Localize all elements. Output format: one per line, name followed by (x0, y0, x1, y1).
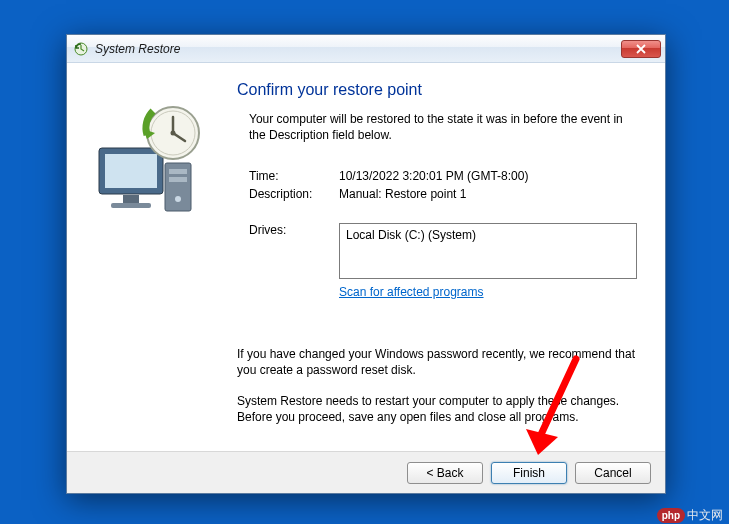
system-restore-icon (73, 41, 89, 57)
watermark-badge: php (657, 508, 685, 523)
password-warning-text: If you have changed your Windows passwor… (237, 346, 637, 378)
back-button[interactable]: < Back (407, 462, 483, 484)
illustration-panel (67, 63, 237, 451)
window-title: System Restore (95, 42, 621, 56)
time-field: Time: 10/13/2022 3:20:01 PM (GMT-8:00) (237, 169, 637, 183)
description-label: Description: (249, 187, 339, 201)
drives-field: Drives: Local Disk (C:) (System) (237, 223, 637, 279)
main-panel: Confirm your restore point Your computer… (237, 63, 665, 451)
scan-affected-link[interactable]: Scan for affected programs (339, 285, 637, 299)
description-value: Manual: Restore point 1 (339, 187, 637, 201)
drives-label: Drives: (249, 223, 339, 279)
system-restore-window: System Restore (66, 34, 666, 494)
watermark-text: 中文网 (687, 507, 723, 524)
svg-rect-2 (105, 154, 157, 188)
button-bar: < Back Finish Cancel (67, 451, 665, 493)
watermark: php 中文网 (657, 507, 723, 524)
svg-rect-6 (169, 169, 187, 174)
drives-item[interactable]: Local Disk (C:) (System) (346, 228, 630, 242)
content-area: Confirm your restore point Your computer… (67, 63, 665, 451)
restore-illustration-icon (87, 103, 217, 223)
intro-text: Your computer will be restored to the st… (237, 111, 637, 143)
titlebar[interactable]: System Restore (67, 35, 665, 63)
close-icon (636, 44, 646, 54)
svg-point-11 (171, 131, 176, 136)
svg-rect-3 (123, 195, 139, 203)
time-value: 10/13/2022 3:20:01 PM (GMT-8:00) (339, 169, 637, 183)
close-button[interactable] (621, 40, 661, 58)
time-label: Time: (249, 169, 339, 183)
svg-rect-4 (111, 203, 151, 208)
page-heading: Confirm your restore point (237, 81, 637, 99)
cancel-button[interactable]: Cancel (575, 462, 651, 484)
svg-point-8 (175, 196, 181, 202)
drives-listbox[interactable]: Local Disk (C:) (System) (339, 223, 637, 279)
finish-button[interactable]: Finish (491, 462, 567, 484)
description-field: Description: Manual: Restore point 1 (237, 187, 637, 201)
restart-warning-text: System Restore needs to restart your com… (237, 393, 637, 425)
svg-rect-7 (169, 177, 187, 182)
